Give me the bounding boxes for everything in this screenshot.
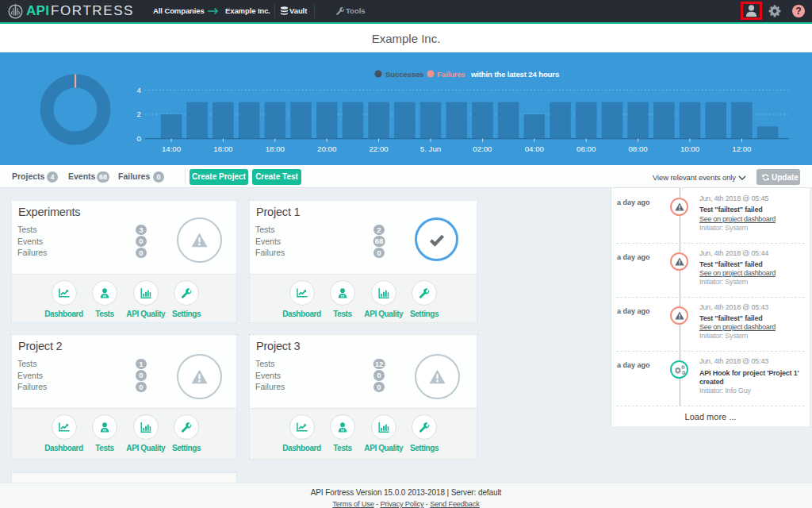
svg-text:5. Jun: 5. Jun (420, 144, 441, 153)
svg-text:16:00: 16:00 (213, 144, 233, 153)
svg-text:02:00: 02:00 (473, 144, 492, 153)
svg-text:2: 2 (137, 110, 141, 118)
svg-text:0: 0 (137, 134, 142, 143)
svg-text:20:00: 20:00 (317, 144, 337, 153)
svg-text:10:00: 10:00 (680, 144, 700, 153)
svg-text:22:00: 22:00 (369, 144, 389, 153)
svg-text:06:00: 06:00 (576, 144, 596, 153)
svg-text:4: 4 (137, 86, 142, 94)
svg-text:12:00: 12:00 (732, 144, 752, 153)
svg-text:Failures: Failures (437, 70, 465, 79)
svg-text:Successes: Successes (385, 70, 423, 79)
svg-text:18:00: 18:00 (266, 144, 285, 153)
svg-text:04:00: 04:00 (525, 144, 545, 153)
svg-text:08:00: 08:00 (628, 144, 648, 153)
svg-text:14:00: 14:00 (162, 144, 182, 153)
svg-text:within the latest 24 hours: within the latest 24 hours (470, 70, 559, 79)
